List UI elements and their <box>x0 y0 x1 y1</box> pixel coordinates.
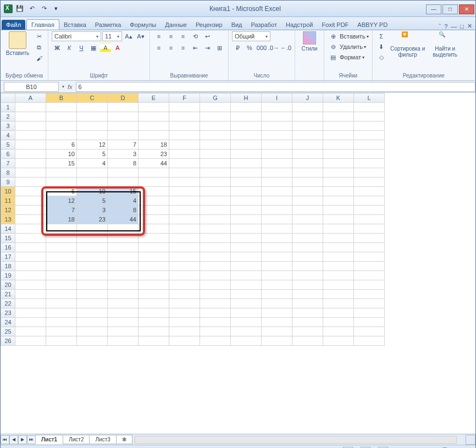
cell-B26[interactable] <box>46 336 77 346</box>
find-select-button[interactable]: 🔍 Найти и выделить <box>429 31 462 58</box>
sheet-nav-prev-icon[interactable]: ◀ <box>9 435 18 444</box>
cell-K10[interactable] <box>323 187 354 196</box>
cell-F6[interactable] <box>169 150 200 159</box>
percent-icon[interactable]: % <box>244 43 255 53</box>
merge-icon[interactable]: ⊞ <box>214 43 225 53</box>
cell-B5[interactable]: 6 <box>46 140 77 150</box>
cell-F2[interactable] <box>169 112 200 121</box>
cell-H17[interactable] <box>231 252 262 262</box>
cell-D21[interactable] <box>108 290 139 299</box>
cell-D11[interactable]: 4 <box>108 196 139 206</box>
cell-L2[interactable] <box>354 112 385 121</box>
cell-B14[interactable] <box>46 224 77 234</box>
row-header-8[interactable]: 8 <box>1 168 15 178</box>
cell-I1[interactable] <box>262 103 292 112</box>
cell-L14[interactable] <box>354 224 385 234</box>
cell-H21[interactable] <box>231 290 262 299</box>
cell-K14[interactable] <box>323 224 354 234</box>
cell-E4[interactable] <box>139 131 169 140</box>
font-color-icon[interactable]: A <box>112 43 123 53</box>
cell-D1[interactable] <box>108 103 139 112</box>
cell-G17[interactable] <box>200 252 231 262</box>
cell-I7[interactable] <box>262 159 292 168</box>
paste-button[interactable]: Вставить <box>4 31 31 56</box>
cell-B2[interactable] <box>46 112 77 121</box>
cell-F26[interactable] <box>169 336 200 346</box>
qat-dropdown-icon[interactable]: ▾ <box>51 4 61 14</box>
redo-icon[interactable]: ↷ <box>39 4 49 14</box>
cell-F3[interactable] <box>169 121 200 131</box>
row-header-17[interactable]: 17 <box>1 252 15 262</box>
cell-I2[interactable] <box>262 112 292 121</box>
cell-A15[interactable] <box>15 234 46 243</box>
cell-J24[interactable] <box>292 318 323 327</box>
cell-F12[interactable] <box>169 206 200 215</box>
cell-L20[interactable] <box>354 280 385 290</box>
cell-F5[interactable] <box>169 140 200 150</box>
cell-F19[interactable] <box>169 271 200 280</box>
cell-K24[interactable] <box>323 318 354 327</box>
cell-I17[interactable] <box>262 252 292 262</box>
cell-I12[interactable] <box>262 206 292 215</box>
cell-K6[interactable] <box>323 150 354 159</box>
cell-D18[interactable] <box>108 262 139 271</box>
cell-L19[interactable] <box>354 271 385 280</box>
cell-C24[interactable] <box>77 318 108 327</box>
minimize-button[interactable]: — <box>426 4 441 14</box>
cell-G20[interactable] <box>200 280 231 290</box>
cell-G4[interactable] <box>200 131 231 140</box>
currency-icon[interactable]: ₽ <box>232 43 243 53</box>
cell-F25[interactable] <box>169 327 200 336</box>
row-header-20[interactable]: 20 <box>1 280 15 290</box>
cell-F14[interactable] <box>169 224 200 234</box>
cell-K9[interactable] <box>323 178 354 187</box>
cell-H3[interactable] <box>231 121 262 131</box>
cell-A9[interactable] <box>15 178 46 187</box>
row-header-5[interactable]: 5 <box>1 140 15 150</box>
cell-grid[interactable]: ABCDEFGHIJKL1234561271861053237154844891… <box>1 93 385 346</box>
cell-G26[interactable] <box>200 336 231 346</box>
col-header-K[interactable]: K <box>323 93 354 103</box>
cell-E17[interactable] <box>139 252 169 262</box>
cell-C4[interactable] <box>77 131 108 140</box>
cell-L25[interactable] <box>354 327 385 336</box>
fx-icon[interactable]: fx <box>68 84 73 90</box>
cell-J5[interactable] <box>292 140 323 150</box>
sheet-tab-1[interactable]: Лист1 <box>35 435 63 444</box>
row-header-19[interactable]: 19 <box>1 271 15 280</box>
cell-A6[interactable] <box>15 150 46 159</box>
cell-D17[interactable] <box>108 252 139 262</box>
cell-L17[interactable] <box>354 252 385 262</box>
cell-J15[interactable] <box>292 234 323 243</box>
cell-K26[interactable] <box>323 336 354 346</box>
cell-J26[interactable] <box>292 336 323 346</box>
cell-C20[interactable] <box>77 280 108 290</box>
cell-I5[interactable] <box>262 140 292 150</box>
cell-L10[interactable] <box>354 187 385 196</box>
font-name-combo[interactable]: Calibri▾ <box>52 31 101 41</box>
cell-L9[interactable] <box>354 178 385 187</box>
cell-J12[interactable] <box>292 206 323 215</box>
cell-C7[interactable]: 4 <box>77 159 108 168</box>
sheet-tab-2[interactable]: Лист2 <box>63 435 90 444</box>
tab-layout[interactable]: Разметка <box>91 20 126 30</box>
cell-L3[interactable] <box>354 121 385 131</box>
cell-D13[interactable]: 44 <box>108 215 139 224</box>
cell-I9[interactable] <box>262 178 292 187</box>
cell-G9[interactable] <box>200 178 231 187</box>
cell-K16[interactable] <box>323 243 354 252</box>
cell-H9[interactable] <box>231 178 262 187</box>
cell-K18[interactable] <box>323 262 354 271</box>
cell-L5[interactable] <box>354 140 385 150</box>
row-header-4[interactable]: 4 <box>1 131 15 140</box>
row-header-21[interactable]: 21 <box>1 290 15 299</box>
cell-H12[interactable] <box>231 206 262 215</box>
select-all-corner[interactable] <box>1 93 15 103</box>
cell-E6[interactable]: 23 <box>139 150 169 159</box>
cell-K25[interactable] <box>323 327 354 336</box>
cell-K1[interactable] <box>323 103 354 112</box>
cell-K22[interactable] <box>323 299 354 308</box>
cell-I6[interactable] <box>262 150 292 159</box>
cell-I8[interactable] <box>262 168 292 178</box>
tab-abbyy[interactable]: ABBYY PD <box>353 20 392 30</box>
